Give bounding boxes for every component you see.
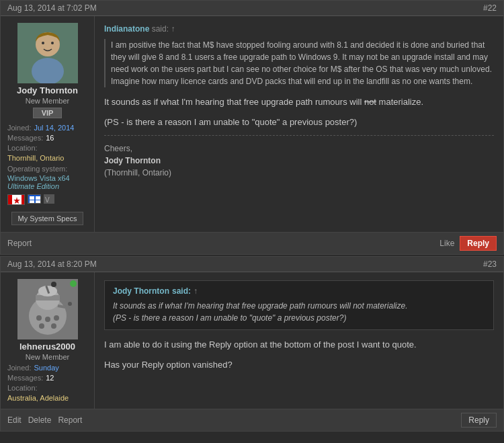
up-arrow-icon: ↑: [171, 24, 175, 34]
svg-text:V: V: [45, 196, 50, 204]
avatar: [17, 23, 78, 83]
post-22-user-title: New Member: [7, 97, 87, 105]
post-22-header: Aug 13, 2014 at 7:02 PM #22: [1, 1, 503, 16]
svg-rect-4: [8, 195, 12, 205]
svg-rect-10: [36, 196, 40, 200]
os-label: Operating system:: [7, 165, 87, 173]
post-23-user-panel: lehnerus2000 New Member Joined: Sunday M…: [1, 272, 95, 409]
post-23: Aug 13, 2014 at 8:20 PM #23: [0, 256, 504, 432]
svg-point-26: [68, 302, 72, 306]
edit-link-23[interactable]: Edit: [7, 415, 22, 425]
poster-name-22: Indianatone: [104, 24, 149, 34]
quoted-up-arrow-icon: ↑: [194, 286, 198, 296]
location-row-23: Location:: [7, 384, 87, 392]
said-text: said:: [152, 24, 171, 34]
os-info: Operating system: Windows Vista x64 Ulti…: [7, 165, 87, 190]
quoted-block-23: Jody Thornton said: ↑ It sounds as if wh…: [104, 280, 494, 330]
joined-row: Joined: Jul 14, 2014: [7, 124, 87, 132]
svg-point-1: [32, 58, 64, 83]
main-text-22: It sounds as if what I'm hearing that fr…: [104, 95, 494, 109]
post-22-message: Indianatone said: ↑ I am positive the fa…: [95, 16, 503, 232]
quoted-said: said:: [172, 286, 191, 296]
windows-flag-icon: [28, 194, 41, 204]
svg-rect-9: [30, 196, 34, 200]
reply-button-22[interactable]: Reply: [460, 236, 497, 251]
system-specs-button[interactable]: My System Specs: [11, 212, 83, 225]
svg-rect-6: [22, 195, 25, 205]
post-22-user-info: Joined: Jul 14, 2014 Messages: 16 Locati…: [7, 124, 87, 162]
svg-rect-11: [30, 200, 34, 203]
report-link-22[interactable]: Report: [7, 239, 32, 248]
location-label-23: Location:: [7, 384, 38, 392]
messages-label-23: Messages:: [7, 374, 43, 382]
extra-flag-icon: V: [44, 194, 54, 204]
messages-row: Messages: 16: [7, 134, 87, 142]
main-text-after-strike: materialize.: [376, 97, 423, 107]
post-23-footer: Edit Delete Report Reply: [1, 409, 503, 431]
quoted-poster-name: Jody Thornton: [113, 286, 169, 296]
delete-link-23[interactable]: Delete: [28, 415, 52, 425]
post-23-message: Jody Thornton said: ↑ It sounds as if wh…: [95, 272, 503, 409]
post-23-user-info: Joined: Sunday Messages: 12 Location: Au…: [7, 364, 87, 402]
quote-body-22: I am positive the fact that M$ have stop…: [104, 39, 494, 87]
sig-location: (Thornhill, Ontario): [104, 167, 494, 179]
svg-point-20: [36, 315, 42, 321]
messages-value: 16: [46, 134, 54, 142]
post-22-username: Jody Thornton: [7, 85, 87, 95]
footer-right-23: Reply: [461, 413, 497, 428]
ps-text-22: (PS - is there a reason I am unable to "…: [104, 116, 494, 129]
online-indicator: [70, 280, 77, 287]
os-edition: Ultimate Edition: [7, 182, 87, 190]
messages-label: Messages:: [7, 134, 43, 142]
post-23-body: lehnerus2000 New Member Joined: Sunday M…: [1, 272, 503, 409]
messages-row-23: Messages: 12: [7, 374, 87, 382]
avatar-wrapper-23: [17, 279, 78, 339]
svg-point-21: [45, 317, 50, 322]
avatar-wrapper: [17, 23, 78, 83]
post-23-user-title: New Member: [7, 353, 87, 361]
main-text-before-strike: It sounds as if what I'm hearing that fr…: [104, 97, 364, 107]
messages-value-23: 12: [46, 374, 54, 382]
strikethrough-text: not: [364, 97, 376, 107]
quoted-line2: (PS - is there a reason I am unable to "…: [113, 312, 485, 324]
location-value: Thornhill, Ontario: [7, 154, 87, 162]
os-name: Windows Vista x64: [7, 174, 87, 182]
joined-row-23: Joined: Sunday: [7, 364, 87, 372]
reply-button-23[interactable]: Reply: [461, 413, 497, 428]
vip-badge: VIP: [33, 108, 62, 118]
location-label: Location:: [7, 144, 38, 152]
poster-said-22: Indianatone said: ↑: [104, 24, 494, 34]
post-23-header: Aug 13, 2014 at 8:20 PM #23: [1, 257, 503, 272]
post-22-date: Aug 13, 2014 at 7:02 PM: [7, 3, 97, 13]
svg-point-24: [51, 323, 56, 329]
post-22-footer: Report Like Reply: [1, 232, 503, 254]
svg-point-2: [42, 42, 44, 44]
quoted-header-23: Jody Thornton said: ↑: [113, 286, 485, 296]
quoted-line1: It sounds as if what I'm hearing that fr…: [113, 300, 485, 312]
post-23-number: #23: [483, 259, 497, 269]
flags: V: [7, 194, 87, 205]
post-22-body: Jody Thornton New Member VIP Joined: Jul…: [1, 16, 503, 232]
svg-rect-12: [36, 200, 40, 203]
quoted-text-23: It sounds as if what I'm hearing that fr…: [113, 300, 485, 324]
signature-22: Cheers, Jody Thornton (Thornhill, Ontari…: [104, 143, 494, 179]
footer-left-22: Report: [7, 239, 32, 248]
main-text-23-line2: Has your Reply option vanished?: [104, 358, 494, 372]
report-link-23[interactable]: Report: [58, 415, 82, 425]
svg-point-3: [51, 42, 54, 44]
post-22-number: #22: [483, 3, 497, 13]
location-value-23: Australia, Adelaide: [7, 394, 87, 402]
location-row: Location:: [7, 144, 87, 152]
joined-value: Jul 14, 2014: [34, 124, 74, 132]
canada-flag-icon: [7, 194, 25, 205]
svg-point-19: [51, 282, 56, 287]
signature-divider: [104, 135, 494, 136]
joined-label: Joined:: [7, 124, 31, 132]
joined-value-23: Sunday: [34, 364, 58, 372]
sig-greeting: Cheers,: [104, 143, 494, 155]
post-22-user-panel: Jody Thornton New Member VIP Joined: Jul…: [1, 16, 95, 232]
avatar-23: [17, 279, 78, 339]
post-22: Aug 13, 2014 at 7:02 PM #22: [0, 0, 504, 255]
svg-point-22: [54, 315, 59, 321]
sig-name: Jody Thornton: [104, 155, 494, 167]
